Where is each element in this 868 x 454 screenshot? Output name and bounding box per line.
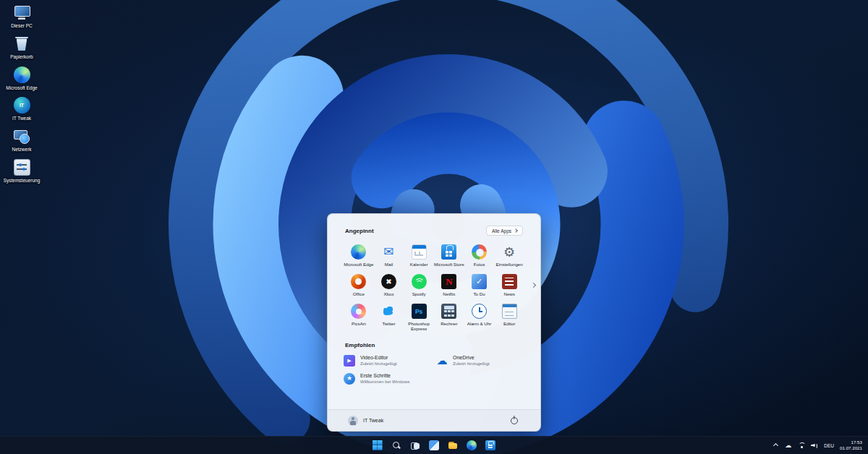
recommended-item-text: OneDriveZuletzt hinzugefügt xyxy=(453,355,490,366)
edge-icon xyxy=(467,440,477,450)
recommended-item-subtitle: Willkommen bei Windows xyxy=(360,380,409,384)
search-icon xyxy=(391,440,401,450)
xbox-icon-glyph: ✖ xyxy=(386,278,391,286)
store-icon xyxy=(485,440,495,450)
pinned-app-xbox[interactable]: ✖Xbox xyxy=(374,273,404,298)
tray-icons: ☁ xyxy=(771,442,818,450)
recommended-item-subtitle: Zuletzt hinzugefügt xyxy=(360,361,397,366)
tray-onedrive-icon[interactable]: ☁ xyxy=(784,442,792,450)
desktop-icon-microsoft-edge[interactable]: Microsoft Edge xyxy=(1,67,42,91)
pinned-app-label: Kalender xyxy=(410,262,428,267)
pinned-app-photoshop-express[interactable]: PsPhotoshop Express xyxy=(404,302,434,333)
pinned-app-label: Netflix xyxy=(443,291,455,296)
pinned-app-label: Microsoft Edge xyxy=(344,262,373,267)
pinned-app-label: Alarm & Uhr xyxy=(467,321,492,326)
taskbar: ☁ DEU 17:53 01.07.2021 xyxy=(0,436,868,454)
taskbar-button-store[interactable] xyxy=(483,439,498,453)
pinned-app-label: Photoshop Express xyxy=(404,321,434,331)
power-icon xyxy=(511,417,518,424)
photos-icon xyxy=(472,244,487,260)
pinned-app-picsart[interactable]: PicsArt xyxy=(344,302,374,333)
recommended-item-subtitle: Zuletzt hinzugefügt xyxy=(453,361,490,366)
recommended-item-text: Video-EditorZuletzt hinzugefügt xyxy=(360,355,397,366)
pinned-app-microsoft-store[interactable]: Microsoft Store xyxy=(434,243,464,268)
settings-gear-icon-glyph: ⚙ xyxy=(503,246,515,259)
mail-icon: ✉ xyxy=(381,244,396,260)
onedrive-icon: ☁ xyxy=(436,355,448,367)
pinned-app-mail[interactable]: ✉Mail xyxy=(374,243,404,268)
task-view-icon xyxy=(410,440,420,450)
desktop-icon-dieser-pc[interactable]: Dieser PC xyxy=(1,4,42,29)
taskbar-button-start[interactable] xyxy=(370,439,385,453)
store-icon xyxy=(441,244,456,260)
pinned-header-row: Angepinnt Alle Apps xyxy=(345,226,523,236)
notepad-icon xyxy=(502,304,517,319)
recommended-item-onedrive[interactable]: ☁OneDriveZuletzt hinzugefügt xyxy=(436,355,524,367)
all-apps-label: Alle Apps xyxy=(492,228,511,234)
pinned-app-news[interactable]: News xyxy=(494,273,524,298)
recommended-item-erste-schritte[interactable]: ★Erste SchritteWillkommen bei Windows xyxy=(344,373,432,385)
recommended-item-text: Erste SchritteWillkommen bei Windows xyxy=(360,373,409,384)
desktop-icon-systemsteuerung[interactable]: Systemsteuerung xyxy=(1,159,42,184)
it-tweak-icon-glyph: IT xyxy=(20,103,24,108)
clock-icon xyxy=(472,304,487,319)
desktop-icon-label: Papierkorb xyxy=(10,54,33,60)
pinned-app-twitter[interactable]: Twitter xyxy=(374,302,404,333)
pinned-app-kalender[interactable]: Kalender xyxy=(404,243,434,268)
pinned-app-alarm-uhr[interactable]: Alarm & Uhr xyxy=(464,302,495,333)
pinned-app-fotos[interactable]: Fotos xyxy=(464,243,495,268)
pinned-app-netflix[interactable]: NNetflix xyxy=(434,273,464,298)
start-menu: Angepinnt Alle Apps Microsoft Edge✉MailK… xyxy=(327,213,541,432)
news-icon xyxy=(502,274,517,289)
start-menu-footer: IT Tweak xyxy=(328,409,540,431)
onedrive-icon-glyph: ☁ xyxy=(437,355,448,366)
language-indicator[interactable]: DEU xyxy=(824,443,834,448)
control-panel-icon xyxy=(14,159,30,176)
tray-onedrive-icon-glyph: ☁ xyxy=(785,442,791,449)
recommended-item-title: OneDrive xyxy=(453,355,490,360)
pinned-app-label: To Do xyxy=(473,291,485,296)
office-icon xyxy=(351,274,366,289)
xbox-icon: ✖ xyxy=(381,274,396,289)
recommended-item-video-editor[interactable]: ▶Video-EditorZuletzt hinzugefügt xyxy=(344,355,432,367)
pinned-app-microsoft-edge[interactable]: Microsoft Edge xyxy=(344,243,374,268)
todo-icon: ✓ xyxy=(472,274,487,289)
pinned-app-to-do[interactable]: ✓To Do xyxy=(464,273,495,298)
pinned-app-editor[interactable]: Editor xyxy=(494,302,524,333)
desktop-icon-papierkorb[interactable]: Papierkorb xyxy=(1,35,42,60)
tray-volume-icon[interactable] xyxy=(810,442,818,450)
taskbar-button-search[interactable] xyxy=(389,439,404,453)
chevron-right-icon xyxy=(514,228,518,233)
tray-chevron-up-icon[interactable] xyxy=(771,442,779,450)
pinned-app-label: Einstellungen xyxy=(496,262,523,267)
edge-icon xyxy=(14,67,30,83)
pinned-app-office[interactable]: Office xyxy=(344,273,374,298)
all-apps-button[interactable]: Alle Apps xyxy=(486,226,523,236)
pinned-app-rechner[interactable]: Rechner xyxy=(434,302,464,333)
desktop-icon-netzwerk[interactable]: Netzwerk xyxy=(1,128,42,153)
pinned-app-label: News xyxy=(503,291,514,296)
this-pc-icon xyxy=(14,4,30,21)
taskbar-button-file-explorer[interactable] xyxy=(446,439,460,453)
pinned-app-einstellungen[interactable]: ⚙Einstellungen xyxy=(494,243,524,268)
clock[interactable]: 17:53 01.07.2021 xyxy=(840,440,862,451)
netflix-icon-glyph: N xyxy=(446,277,452,286)
user-profile-button[interactable]: IT Tweak xyxy=(348,416,383,426)
windows-desktop: Dieser PCPapierkorbMicrosoft EdgeITIT Tw… xyxy=(0,0,868,454)
pinned-apps-grid: Microsoft Edge✉MailKalenderMicrosoft Sto… xyxy=(344,243,524,333)
taskbar-button-widgets[interactable] xyxy=(427,439,441,453)
user-name: IT Tweak xyxy=(363,418,383,423)
power-button[interactable] xyxy=(509,415,520,427)
spotify-icon xyxy=(412,274,427,289)
picsart-icon xyxy=(351,304,366,319)
taskbar-button-edge[interactable] xyxy=(464,439,479,453)
netflix-icon: N xyxy=(441,274,456,289)
settings-gear-icon: ⚙ xyxy=(502,244,517,260)
desktop-icon-label: IT Tweak xyxy=(12,116,31,121)
tray-network-icon[interactable] xyxy=(797,442,805,450)
pinned-app-spotify[interactable]: Spotify xyxy=(404,273,434,298)
pinned-next-page-chevron[interactable] xyxy=(531,283,536,288)
pinned-section-title: Angepinnt xyxy=(345,228,374,234)
taskbar-button-task-view[interactable] xyxy=(408,439,422,453)
desktop-icon-it-tweak[interactable]: ITIT Tweak xyxy=(1,97,42,121)
